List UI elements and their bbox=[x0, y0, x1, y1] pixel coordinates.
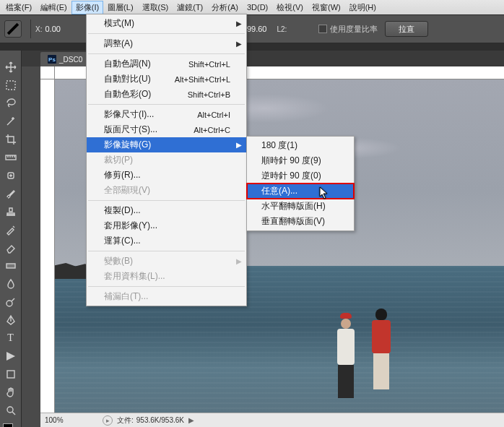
cursor-icon bbox=[319, 186, 331, 201]
stamp-tool-icon[interactable] bbox=[2, 203, 19, 220]
submenu-arrow-icon: ▶ bbox=[236, 20, 242, 27]
checkbox-icon bbox=[318, 25, 327, 33]
tool-panel: T bbox=[0, 51, 22, 427]
color-swatches[interactable] bbox=[3, 423, 19, 427]
menu-item-trim[interactable]: 修剪(R)... bbox=[87, 168, 246, 183]
menu-item-apply-image[interactable]: 套用影像(Y)... bbox=[87, 218, 246, 233]
shortcut: Shift+Ctrl+B bbox=[188, 90, 230, 99]
status-file-value: 953.6K/953.6K bbox=[136, 416, 184, 424]
menu-help[interactable]: 說明(H) bbox=[345, 1, 381, 14]
menu-filter[interactable]: 濾鏡(T) bbox=[173, 1, 207, 14]
menu-item-auto-color[interactable]: 自動色彩(O)Shift+Ctrl+B bbox=[87, 87, 246, 102]
menu-item-reveal-all: 全部顯現(V) bbox=[87, 183, 246, 198]
document-tab[interactable]: Ps _DSC0 bbox=[40, 52, 90, 66]
straighten-button[interactable]: 拉直 bbox=[385, 21, 428, 37]
menu-separator bbox=[88, 53, 245, 54]
svg-rect-3 bbox=[6, 264, 15, 268]
submenu-item-flip-v[interactable]: 垂直翻轉版面(V) bbox=[247, 214, 354, 229]
submenu-item-flip-h[interactable]: 水平翻轉版面(H) bbox=[247, 199, 354, 214]
menu-select[interactable]: 選取(S) bbox=[138, 1, 173, 14]
dodge-tool-icon[interactable] bbox=[2, 293, 19, 311]
menu-separator bbox=[88, 251, 245, 251]
svg-point-4 bbox=[6, 301, 12, 306]
photoshop-window: 檔案(F) 編輯(E) 影像(I) 圖層(L) 選取(S) 濾鏡(T) 分析(A… bbox=[0, 0, 504, 427]
status-menu-arrow-icon[interactable]: ▶ bbox=[188, 416, 194, 424]
shortcut: Alt+Ctrl+I bbox=[197, 111, 230, 119]
ps-file-icon: Ps bbox=[48, 55, 56, 64]
image-rotation-submenu: 180 度(1) 順時針 90 度(9) 逆時針 90 度(0) 任意(A)..… bbox=[246, 136, 355, 231]
menu-item-canvas-size[interactable]: 版面尺寸(S)...Alt+Ctrl+C bbox=[87, 122, 246, 137]
type-tool-icon[interactable]: T bbox=[2, 329, 19, 347]
menu-item-auto-tone[interactable]: 自動色調(N)Shift+Ctrl+L bbox=[87, 56, 246, 72]
submenu-item-90ccw[interactable]: 逆時針 90 度(0) bbox=[247, 168, 354, 184]
shape-tool-icon[interactable] bbox=[2, 366, 19, 383]
menu-item-trap: 補漏白(T)... bbox=[87, 289, 246, 304]
menu-3d[interactable]: 3D(D) bbox=[243, 1, 272, 13]
menu-window[interactable]: 視窗(W) bbox=[308, 1, 345, 14]
svg-rect-5 bbox=[7, 371, 14, 378]
wand-tool-icon[interactable] bbox=[2, 113, 19, 130]
submenu-item-90cw[interactable]: 順時針 90 度(9) bbox=[247, 153, 354, 168]
menubar: 檔案(F) 編輯(E) 影像(I) 圖層(L) 選取(S) 濾鏡(T) 分析(A… bbox=[0, 0, 504, 14]
submenu-arrow-icon: ▶ bbox=[236, 40, 242, 48]
menu-separator bbox=[88, 33, 245, 34]
menu-edit[interactable]: 編輯(E) bbox=[36, 1, 71, 14]
pen-tool-icon[interactable] bbox=[2, 311, 19, 329]
document-tab-name: _DSC0 bbox=[59, 56, 82, 64]
menu-item-auto-contrast[interactable]: 自動對比(U)Alt+Shift+Ctrl+L bbox=[87, 72, 246, 87]
lasso-tool-icon[interactable] bbox=[2, 95, 19, 112]
x-value: 0.00 bbox=[45, 25, 60, 33]
ruler-vertical[interactable] bbox=[40, 79, 55, 413]
shortcut: Alt+Ctrl+C bbox=[194, 126, 230, 134]
zoom-tool-icon[interactable] bbox=[2, 402, 19, 419]
menu-analysis[interactable]: 分析(A) bbox=[207, 1, 243, 14]
ruler-corner bbox=[40, 66, 55, 79]
shortcut: Shift+Ctrl+L bbox=[188, 60, 230, 69]
path-tool-icon[interactable] bbox=[2, 348, 19, 365]
use-scale-checkbox[interactable]: 使用度量比率 bbox=[318, 24, 378, 35]
menu-item-calculations[interactable]: 運算(C)... bbox=[87, 233, 246, 249]
marquee-tool-icon[interactable] bbox=[2, 77, 19, 94]
menu-image[interactable]: 影像(I) bbox=[71, 1, 103, 14]
zoom-value[interactable]: 100% bbox=[40, 416, 98, 424]
svg-point-6 bbox=[7, 407, 13, 413]
move-tool-icon[interactable] bbox=[2, 59, 19, 76]
brush-tool-icon[interactable] bbox=[2, 185, 19, 202]
menu-item-datasets: 套用資料集(L)... bbox=[87, 269, 246, 284]
shortcut: Alt+Shift+Ctrl+L bbox=[175, 75, 230, 84]
status-info-icon[interactable]: ▸ bbox=[103, 415, 113, 426]
gradient-tool-icon[interactable] bbox=[2, 257, 19, 275]
menu-separator bbox=[88, 104, 245, 105]
use-scale-label: 使用度量比率 bbox=[330, 24, 378, 35]
menu-item-crop: 裁切(P) bbox=[87, 152, 246, 168]
status-file-label: 文件: bbox=[117, 415, 134, 426]
menu-file[interactable]: 檔案(F) bbox=[1, 1, 36, 14]
menu-item-image-size[interactable]: 影像尺寸(I)...Alt+Ctrl+I bbox=[87, 107, 246, 122]
submenu-arrow-icon: ▶ bbox=[236, 257, 242, 265]
menu-layer[interactable]: 圖層(L) bbox=[103, 1, 137, 14]
x-label: X: bbox=[35, 25, 42, 33]
options-bar: X: 0.00 L1: 699.60 L2: 使用度量比率 拉直 bbox=[0, 14, 504, 43]
menu-view[interactable]: 檢視(V) bbox=[272, 1, 308, 14]
ruler-tool-icon[interactable] bbox=[4, 20, 22, 38]
menu-item-image-rotation[interactable]: 影像旋轉(G)▶ bbox=[87, 137, 246, 152]
l2-label: L2: bbox=[277, 25, 287, 33]
blur-tool-icon[interactable] bbox=[2, 275, 19, 293]
crop-tool-icon[interactable] bbox=[2, 131, 19, 148]
status-bar: 100% ▸ 文件: 953.6K/953.6K ▶ bbox=[40, 413, 504, 427]
workspace: T Ps _DSC0 bbox=[0, 51, 504, 427]
spot-heal-tool-icon[interactable] bbox=[2, 167, 19, 184]
history-brush-tool-icon[interactable] bbox=[2, 221, 19, 238]
menu-item-duplicate[interactable]: 複製(D)... bbox=[87, 203, 246, 218]
hand-tool-icon[interactable] bbox=[2, 384, 19, 401]
menu-item-mode[interactable]: 模式(M)▶ bbox=[87, 16, 246, 31]
ruler-tool-icon-tb[interactable] bbox=[2, 149, 19, 166]
submenu-item-180[interactable]: 180 度(1) bbox=[247, 138, 354, 153]
foreground-swatch[interactable] bbox=[3, 423, 13, 427]
separator bbox=[30, 20, 31, 38]
submenu-item-arbitrary[interactable]: 任意(A)... bbox=[247, 184, 354, 199]
panel-strip bbox=[0, 43, 504, 51]
menu-item-adjustments[interactable]: 調整(A)▶ bbox=[87, 36, 246, 51]
svg-rect-0 bbox=[6, 81, 15, 90]
eraser-tool-icon[interactable] bbox=[2, 239, 19, 256]
